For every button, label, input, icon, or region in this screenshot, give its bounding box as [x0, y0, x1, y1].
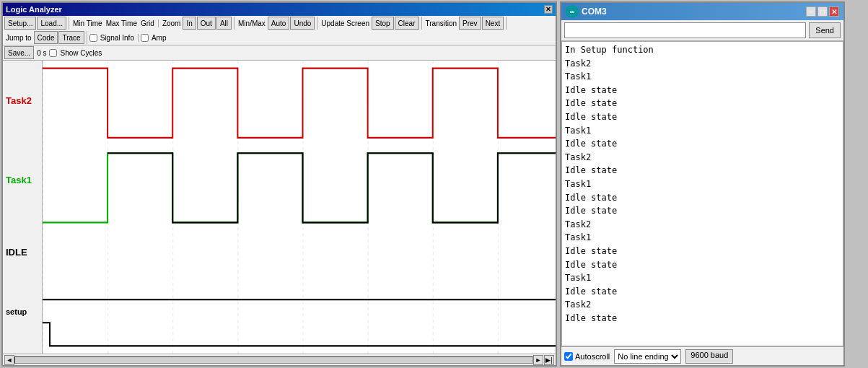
log-line: Task1	[565, 70, 840, 84]
log-line: Task1	[565, 231, 840, 245]
signal-info-group: Signal Info	[89, 34, 139, 42]
autoscroll-group: Autoscroll	[564, 352, 610, 361]
scrollbar-area: ◄ ► ▶|	[3, 354, 556, 365]
code-button[interactable]: Code	[34, 31, 58, 44]
log-line: Task1	[565, 124, 840, 138]
log-line: Task1	[565, 271, 840, 285]
transition-label: Transition	[424, 19, 459, 27]
log-line: Task2	[565, 57, 840, 71]
log-line: Idle state	[565, 137, 840, 151]
scroll-end-button[interactable]: ▶|	[544, 355, 554, 365]
log-line: Idle state	[565, 204, 840, 218]
com3-title-left: ∞ COM3	[566, 5, 607, 18]
clear-button[interactable]: Clear	[395, 17, 419, 30]
waveform-display[interactable]	[43, 61, 556, 354]
log-line: Idle state	[565, 191, 840, 205]
show-cycles-group: Show Cycles	[49, 49, 103, 57]
com3-titlebar: ∞ COM3 ─ □ ✕	[561, 3, 843, 20]
log-line: Task2	[565, 298, 840, 312]
auto-button[interactable]: Auto	[268, 17, 290, 30]
show-cycles-label: Show Cycles	[58, 49, 103, 57]
log-line: Idle state	[565, 258, 840, 272]
undo-button[interactable]: Undo	[290, 17, 315, 30]
setup-button[interactable]: Setup...	[4, 17, 36, 30]
task1-label: Task1	[3, 175, 32, 185]
idle-label: IDLE	[3, 247, 27, 258]
signal-labels-panel: Task2 Task1 IDLE setup	[3, 61, 43, 354]
log-line: In Setup function	[565, 43, 840, 57]
amplitude-group: Amp	[141, 34, 170, 42]
autoscroll-label: Autoscroll	[575, 352, 610, 361]
prev-button[interactable]: Prev	[459, 17, 481, 30]
signal-info-checkbox[interactable]	[89, 34, 97, 42]
com3-minimize-button[interactable]: ─	[806, 6, 816, 17]
min-time-label: Min Time	[71, 19, 104, 27]
zoom-out-button[interactable]: Out	[197, 17, 216, 30]
com3-output-area[interactable]: In Setup functionTask2Task1Idle stateIdl…	[561, 41, 843, 346]
svg-rect-2	[43, 61, 556, 354]
logic-analyzer-window: Logic Analyzer ✕ Setup... Load... Min Ti…	[1, 1, 557, 367]
com3-text-input[interactable]	[564, 22, 806, 38]
update-screen-label: Update Screen	[320, 19, 371, 27]
transition-toolbar-group: Transition Prev Next	[424, 17, 507, 30]
max-time-label: Max Time	[105, 19, 139, 27]
amplitude-label: Amp	[150, 34, 168, 42]
save-button[interactable]: Save...	[4, 46, 34, 59]
minmax-label: Min/Max	[237, 19, 267, 27]
show-cycles-checkbox[interactable]	[49, 49, 57, 57]
log-line: Idle state	[565, 110, 840, 124]
toolbar-row2: Save... 0 s Show Cycles	[3, 45, 556, 61]
task2-label: Task2	[3, 95, 32, 106]
com3-input-row: Send	[561, 20, 843, 41]
log-line: Idle state	[565, 164, 840, 178]
time-toolbar-group: Min Time Max Time Grid	[71, 19, 159, 27]
jump-to-label: Jump to	[4, 34, 33, 42]
trace-button[interactable]: Trace	[58, 31, 84, 44]
waveform-svg	[43, 61, 556, 354]
zoom-toolbar-group: Zoom In Out All	[161, 17, 234, 30]
scroll-track[interactable]	[14, 356, 533, 364]
file-toolbar-group: Setup... Load...	[4, 17, 69, 30]
zoom-in-button[interactable]: In	[183, 17, 196, 30]
signal-info-label: Signal Info	[99, 34, 136, 42]
zoom-all-button[interactable]: All	[216, 17, 232, 30]
logic-analyzer-titlebar: Logic Analyzer ✕	[3, 3, 556, 16]
log-line: Idle state	[565, 312, 840, 325]
log-line: Task2	[565, 151, 840, 165]
line-ending-select[interactable]: No line ending	[614, 349, 681, 364]
minmax-toolbar-group: Min/Max Auto Undo	[237, 17, 317, 30]
baud-rate-display: 9600 baud	[685, 349, 733, 364]
load-button[interactable]: Load...	[37, 17, 66, 30]
arduino-logo-icon: ∞	[566, 5, 579, 18]
log-line: Idle state	[565, 84, 840, 97]
grid-label: Grid	[139, 19, 156, 27]
stop-button[interactable]: Stop	[372, 17, 394, 30]
zoom-label: Zoom	[161, 19, 183, 27]
log-line: Idle state	[565, 97, 840, 110]
scroll-right-button[interactable]: ►	[533, 355, 543, 365]
com3-close-button[interactable]: ✕	[829, 6, 839, 17]
com3-send-button[interactable]: Send	[809, 22, 841, 38]
amplitude-checkbox[interactable]	[141, 34, 149, 42]
logic-analyzer-title: Logic Analyzer	[6, 5, 62, 14]
com3-window: ∞ COM3 ─ □ ✕ Send In Setup functionTask2…	[560, 1, 845, 367]
com3-title-buttons: ─ □ ✕	[806, 6, 839, 17]
log-line: Task2	[565, 218, 840, 232]
setup-label: setup	[3, 307, 27, 316]
log-line: Idle state	[565, 245, 840, 258]
time-value: 0 s	[35, 49, 48, 57]
main-waveform-area: Task2 Task1 IDLE setup	[3, 61, 556, 354]
next-button[interactable]: Next	[482, 17, 504, 30]
log-line: Task1	[565, 178, 840, 191]
update-screen-toolbar-group: Update Screen Stop Clear	[320, 17, 421, 30]
com3-footer: Autoscroll No line ending 9600 baud	[561, 346, 843, 365]
autoscroll-checkbox[interactable]	[564, 352, 573, 361]
toolbar-row1: Setup... Load... Min Time Max Time Grid …	[3, 16, 556, 45]
logic-analyzer-close-button[interactable]: ✕	[544, 5, 553, 14]
com3-maximize-button[interactable]: □	[817, 6, 828, 17]
jump-toolbar-group: Jump to Code Trace	[4, 31, 87, 44]
com3-title-text: COM3	[582, 6, 607, 17]
log-line: Idle state	[565, 285, 840, 299]
scroll-left-button[interactable]: ◄	[4, 355, 14, 365]
